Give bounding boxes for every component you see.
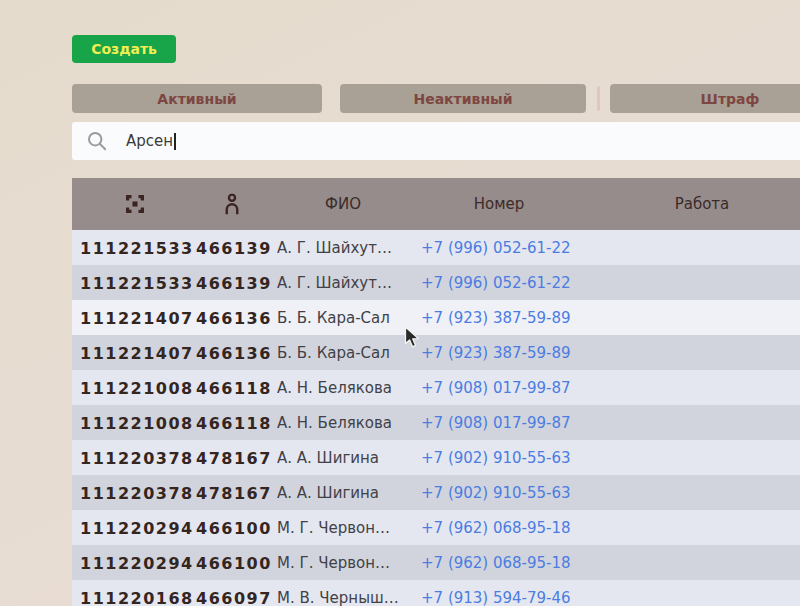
cell-id: 111221533	[80, 238, 194, 257]
table-row[interactable]: 111221008466118А. Н. Белякова+7 (908) 01…	[72, 405, 800, 440]
person-icon	[225, 194, 240, 215]
text-caret	[174, 133, 176, 150]
cell-code: 466139	[196, 273, 272, 292]
results-table: ФИО Номер Работа 111221533466139А. Г. Ша…	[72, 178, 800, 606]
create-button[interactable]: Создать	[72, 35, 176, 63]
cell-name: А. А. Шигина	[277, 484, 379, 502]
tab-inactive[interactable]: Неактивный	[340, 84, 586, 113]
magnifier-icon	[87, 131, 107, 151]
cell-id: 111220168	[80, 588, 194, 606]
cell-phone[interactable]: +7 (902) 910-55-63	[421, 484, 571, 502]
table-row[interactable]: 111220378478167А. А. Шигина+7 (902) 910-…	[72, 440, 800, 475]
cell-id: 111220378	[80, 448, 194, 467]
cell-name: А. А. Шигина	[277, 449, 379, 467]
scan-frame-icon	[126, 195, 144, 213]
table-header: ФИО Номер Работа	[72, 178, 800, 230]
cell-code: 478167	[196, 448, 272, 467]
cell-name: М. В. Черныш…	[277, 589, 399, 606]
cell-name: Б. Б. Кара-Сал	[277, 309, 390, 327]
cell-code: 466118	[196, 378, 272, 397]
search-value: Арсен	[126, 132, 173, 150]
cell-code: 466136	[196, 343, 272, 362]
table-row[interactable]: 111220294466100М. Г. Червон…+7 (962) 068…	[72, 510, 800, 545]
cell-id: 111220294	[80, 553, 194, 572]
cell-id: 111221008	[80, 413, 194, 432]
cell-phone[interactable]: +7 (913) 594-79-46	[421, 589, 571, 606]
cell-name: Б. Б. Кара-Сал	[277, 344, 390, 362]
cell-name: А. Г. Шайхут…	[277, 239, 392, 257]
column-header-number: Номер	[474, 195, 525, 213]
cell-name: А. Г. Шайхут…	[277, 274, 392, 292]
cell-phone[interactable]: +7 (996) 052-61-22	[421, 274, 571, 292]
cell-id: 111221533	[80, 273, 194, 292]
cell-code: 466100	[196, 553, 272, 572]
cell-id: 111221008	[80, 378, 194, 397]
cell-code: 466097	[196, 588, 272, 606]
cell-code: 466139	[196, 238, 272, 257]
cell-phone[interactable]: +7 (962) 068-95-18	[421, 554, 571, 572]
cell-phone[interactable]: +7 (902) 910-55-63	[421, 449, 571, 467]
cell-name: М. Г. Червон…	[277, 554, 390, 572]
cell-name: А. Н. Белякова	[277, 414, 392, 432]
table-row[interactable]: 111221407466136Б. Б. Кара-Сал+7 (923) 38…	[72, 335, 800, 370]
table-row[interactable]: 111220378478167А. А. Шигина+7 (902) 910-…	[72, 475, 800, 510]
table-row[interactable]: 111221533466139А. Г. Шайхут…+7 (996) 052…	[72, 230, 800, 265]
table-row[interactable]: 111221533466139А. Г. Шайхут…+7 (996) 052…	[72, 265, 800, 300]
cell-code: 466136	[196, 308, 272, 327]
cell-code: 466100	[196, 518, 272, 537]
cell-name: А. Н. Белякова	[277, 379, 392, 397]
tab-active[interactable]: Активный	[72, 84, 322, 113]
column-header-work: Работа	[675, 195, 730, 213]
cell-name: М. Г. Червон…	[277, 519, 390, 537]
table-body: 111221533466139А. Г. Шайхут…+7 (996) 052…	[72, 230, 800, 606]
column-header-fio: ФИО	[325, 195, 361, 213]
cell-phone[interactable]: +7 (923) 387-59-89	[421, 309, 571, 327]
table-row[interactable]: 111221407466136Б. Б. Кара-Сал+7 (923) 38…	[72, 300, 800, 335]
cell-id: 111220378	[80, 483, 194, 502]
table-row[interactable]: 111220294466100М. Г. Червон…+7 (962) 068…	[72, 545, 800, 580]
cell-code: 466118	[196, 413, 272, 432]
search-input[interactable]: Арсен	[72, 122, 800, 160]
table-row[interactable]: 111221008466118А. Н. Белякова+7 (908) 01…	[72, 370, 800, 405]
cell-phone[interactable]: +7 (962) 068-95-18	[421, 519, 571, 537]
table-row[interactable]: 111220168466097М. В. Черныш…+7 (913) 594…	[72, 580, 800, 606]
cell-phone[interactable]: +7 (908) 017-99-87	[421, 379, 571, 397]
cell-id: 111220294	[80, 518, 194, 537]
cell-phone[interactable]: +7 (908) 017-99-87	[421, 414, 571, 432]
cell-code: 478167	[196, 483, 272, 502]
cell-phone[interactable]: +7 (923) 387-59-89	[421, 344, 571, 362]
cell-id: 111221407	[80, 308, 194, 327]
cell-phone[interactable]: +7 (996) 052-61-22	[421, 239, 571, 257]
tab-group-divider	[597, 86, 600, 111]
cell-id: 111221407	[80, 343, 194, 362]
tab-fine[interactable]: Штраф	[610, 84, 800, 113]
